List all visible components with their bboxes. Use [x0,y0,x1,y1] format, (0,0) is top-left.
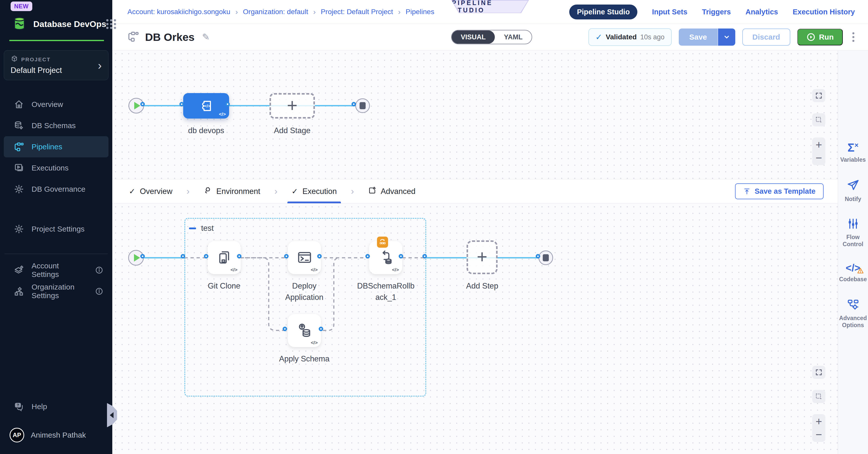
tab-input-sets[interactable]: Input Sets [652,8,687,16]
pipeline-icon [127,31,139,43]
connector-port[interactable] [365,254,370,259]
step-group-label[interactable]: test [201,224,214,233]
toolbar-codebase[interactable]: </> Codebase [838,263,868,283]
step-deploy-application[interactable]: </> [288,241,321,274]
breadcrumb-pipelines[interactable]: Pipelines [406,8,434,16]
connector-port[interactable] [204,254,209,259]
project-selector[interactable]: PROJECT Default Project › [4,50,108,80]
spacer [0,200,112,219]
tab-execution-history[interactable]: Execution History [793,8,855,16]
fit-to-screen-button[interactable] [812,366,825,379]
connector-port[interactable] [351,102,356,106]
marquee-select-button[interactable] [812,113,825,126]
pipeline-icon [13,142,25,152]
app-grid-icon[interactable] [106,19,116,29]
zoom-out-button[interactable]: − [815,429,822,440]
tab-overview[interactable]: ✓ Overview [126,179,175,203]
info-icon[interactable] [95,266,103,274]
pipeline-end-node[interactable] [355,98,370,113]
toolbar-advanced-options[interactable]: Advanced Options [838,298,868,329]
help-chat-icon: ? [13,401,25,412]
toolbar-variables[interactable]: Σ× Variables [838,142,868,163]
toggle-yaml[interactable]: YAML [495,31,532,44]
zoom-out-button[interactable]: − [815,152,822,163]
connector-port[interactable] [319,327,323,331]
zoom-in-button[interactable]: + [815,416,822,427]
save-as-template-button[interactable]: Save as Template [735,183,824,199]
breadcrumb-organization[interactable]: Organization: default [243,8,308,16]
chevron-right-icon: › [398,7,401,16]
top-header: Account: kurosakiichigo.songoku › Organi… [112,0,868,24]
paper-plane-icon [846,179,860,193]
execution-canvas[interactable]: test </> </> [112,203,838,454]
toggle-visual[interactable]: VISUAL [452,31,495,44]
sidebar-item-db-schemas[interactable]: DB Schemas [4,115,108,136]
sidebar-item-project-settings[interactable]: Project Settings [4,219,108,239]
git-clone-icon [216,250,232,266]
sidebar-item-account-settings[interactable]: Account Settings [4,260,108,281]
connector-port[interactable] [181,254,185,259]
tab-pipeline-studio[interactable]: Pipeline Studio [569,4,637,20]
home-icon [13,99,25,109]
save-dropdown-button[interactable] [718,29,735,46]
sidebar-item-pipelines[interactable]: Pipelines [4,136,108,157]
user-menu[interactable]: AP Animesh Pathak [0,428,112,443]
step-apply-schema[interactable]: </> [288,314,321,347]
info-icon[interactable] [95,287,103,296]
sidebar-item-executions[interactable]: Executions [4,157,108,179]
connector-port[interactable] [140,254,145,259]
collapse-group-icon[interactable] [189,227,196,229]
connector-port[interactable] [423,254,427,259]
zoom-in-button[interactable]: + [815,139,822,150]
connector-port[interactable] [237,254,242,259]
connector-port[interactable] [140,102,145,106]
tab-advanced[interactable]: Advanced [366,179,418,203]
fit-to-screen-button[interactable] [812,89,825,102]
sidebar-nav: Overview DB Schemas Pipelines Executions… [0,94,112,302]
stage-config-tabs: ✓ Overview › Environment › ✓ Execution ›… [112,179,838,203]
tab-execution[interactable]: ✓ Execution [289,179,339,203]
sidebar-item-db-governance[interactable]: DB Governance [4,179,108,200]
connector-port[interactable] [179,102,184,106]
chevron-right-icon: › [313,7,316,16]
connector-port[interactable] [536,254,540,259]
zoom-controls: + − [812,137,825,165]
gear-icon [13,224,25,234]
sidebar-item-organization-settings[interactable]: Organization Settings [4,281,108,302]
edit-pencil-icon[interactable]: ✎ [202,32,210,42]
play-icon [134,254,140,262]
validated-chip[interactable]: ✓ Validated 10s ago [588,28,672,46]
tab-environment[interactable]: Environment [201,179,263,203]
toolbar-notify[interactable]: Notify [838,179,868,203]
validated-label: Validated [606,33,637,41]
tab-analytics[interactable]: Analytics [745,8,778,16]
execution-end-node[interactable] [538,251,553,265]
tab-triggers[interactable]: Triggers [702,8,731,16]
connector-port[interactable] [225,102,230,106]
add-stage-button[interactable]: + [270,93,315,119]
stage-canvas[interactable]: </> </> + db devops Add Stage + − [112,51,838,179]
toolbar-flow-control[interactable]: Flow Control [838,218,868,248]
step-git-clone[interactable]: </> [208,241,241,274]
more-options-kebab-icon[interactable] [850,31,857,43]
connector-port[interactable] [317,254,322,259]
discard-button[interactable]: Discard [742,29,790,46]
marquee-select-button[interactable] [812,390,825,403]
stage-node-db-devops[interactable]: </> </> [183,93,229,119]
step-label-apply-schema: Apply Schema [274,353,335,365]
add-step-button[interactable]: + [467,240,498,274]
sidebar-item-overview[interactable]: Overview [4,94,108,115]
connector-port[interactable] [283,327,287,331]
connector-port[interactable] [284,254,289,259]
stop-icon [543,254,549,261]
run-button[interactable]: Run [797,29,843,45]
step-dbschemarollback[interactable]: </> [369,241,402,274]
connector-port[interactable] [399,254,403,259]
stop-icon [360,102,366,109]
header-tabs: Pipeline Studio Input Sets Triggers Anal… [569,4,855,20]
breadcrumb-account[interactable]: Account: kurosakiichigo.songoku [127,8,230,16]
visual-yaml-toggle[interactable]: VISUAL YAML [451,30,532,44]
save-button[interactable]: Save [679,29,718,46]
help-button[interactable]: ? Help [4,396,108,417]
breadcrumb-project[interactable]: Project: Default Project [321,8,393,16]
